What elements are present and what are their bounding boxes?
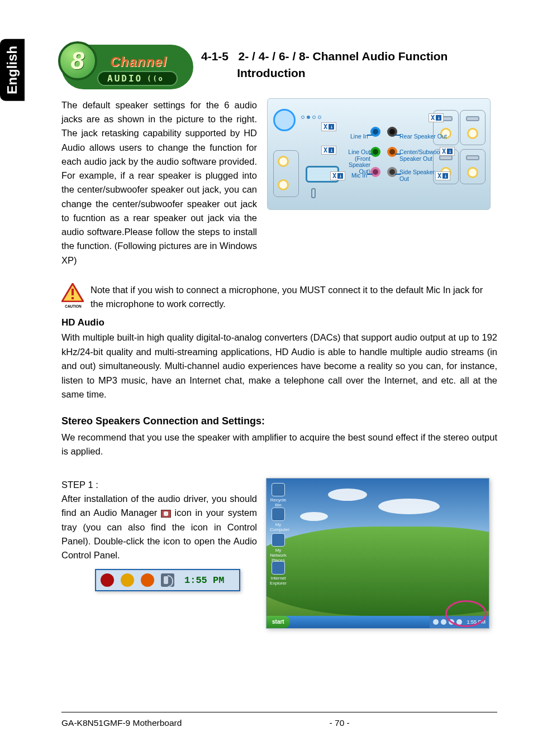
label-side-out-2: Out (399, 175, 409, 182)
caution-icon: CAUTION (61, 283, 85, 303)
logo-audio-text: AUDIO (107, 73, 142, 84)
footer-rule (61, 712, 497, 713)
stereo-heading: Stereo Speakers Connection and Settings: (61, 415, 497, 427)
system-tray-figure: 1:55 PM (95, 569, 240, 591)
callout-2: X↓ (321, 146, 336, 155)
header-row: 8 Channel AUDIO ((o 4-1-5 2- / 4- / 6- /… (61, 45, 497, 89)
section-title-line2: Introduction (237, 66, 305, 79)
caution-label: CAUTION (61, 304, 85, 308)
rear-panel-figure: Line In Line Out (Front Speaker Out) Mic… (267, 98, 497, 210)
intro-two-column: The default speaker settings for the 6 a… (61, 98, 497, 267)
panel-background: Line In Line Out (Front Speaker Out) Mic… (267, 98, 491, 210)
svg-rect-1 (72, 289, 74, 295)
tray-icon-shield (121, 573, 134, 587)
logo-number-eight: 8 (58, 41, 97, 80)
desktop-icon-network: My Network Places (270, 533, 287, 563)
channel-audio-logo: 8 Channel AUDIO ((o (61, 45, 193, 89)
footer-page-number: - 70 - (182, 718, 497, 728)
stereo-paragraph: We recommend that you use the speaker wi… (61, 430, 497, 459)
callout-3: X↓ (330, 171, 345, 180)
soundwave-icon: ((o (147, 75, 164, 83)
tray-icon-audio-manager (141, 573, 154, 587)
tray-icon-volume (161, 573, 174, 587)
intro-paragraph: The default speaker settings for the 6 a… (61, 98, 257, 267)
jack-line-out (370, 147, 380, 157)
jack-mic-in (370, 167, 380, 177)
label-side-out-1: Side Speaker (399, 169, 435, 175)
callout-1: X↓ (321, 122, 336, 131)
tray-icon-network (101, 573, 114, 587)
step1-paragraph: After installation of the audio driver, … (61, 492, 257, 562)
label-center-out-2: Speaker Out (399, 155, 432, 162)
label-side-out: Side Speaker Out (399, 169, 435, 182)
callout-6: X↓ (435, 171, 450, 180)
tray-clock: 1:55 PM (184, 575, 224, 586)
svg-rect-2 (72, 297, 74, 299)
tray-dot-1 (433, 619, 439, 625)
caution-block: CAUTION Note that if you wish to connect… (61, 283, 497, 312)
spdif-port (273, 109, 296, 131)
callout-5: X↓ (440, 147, 455, 156)
section-title-line1: 2- / 4- / 6- / 8- Channel Audio Function (239, 50, 448, 63)
usb-stack-4 (460, 149, 486, 184)
port-frame-left (273, 150, 299, 197)
highlight-circle (445, 600, 487, 627)
desktop-screenshot: Recycle Bin My Computer My Network Place… (266, 478, 489, 629)
section-number: 4-1-5 (201, 50, 229, 63)
audio-manager-icon (161, 510, 171, 518)
usb-stack-3 (460, 110, 486, 145)
step1-label: STEP 1 : (61, 478, 257, 492)
callout-4: X↓ (429, 113, 444, 122)
step1-row: STEP 1 : After installation of the audio… (61, 478, 497, 629)
language-tab: English (0, 39, 25, 101)
section-heading: 4-1-5 2- / 4- / 6- / 8- Channel Audio Fu… (201, 45, 448, 82)
jack-side-out (387, 167, 397, 177)
logo-audio-pill: AUDIO ((o (97, 71, 178, 86)
small-port (311, 188, 316, 198)
caution-text: Note that if you wish to connect a micro… (91, 283, 497, 312)
step1-text-column: STEP 1 : After installation of the audio… (61, 478, 257, 591)
label-line-out-1: Line Out (348, 149, 370, 155)
page-footer: GA-K8N51GMF-9 Motherboard - 70 - (61, 718, 497, 728)
page-content: 8 Channel AUDIO ((o 4-1-5 2- / 4- / 6- /… (61, 45, 497, 629)
footer-model: GA-K8N51GMF-9 Motherboard (61, 718, 182, 728)
desktop-icon-recycle: Recycle Bin (270, 483, 287, 508)
label-mic-in: Mic In (351, 173, 367, 179)
hd-audio-heading: HD Audio (61, 317, 497, 328)
jack-center-out (387, 147, 397, 157)
desktop-icon-ie: Internet Explorer (270, 561, 287, 586)
indicator-dots (301, 116, 321, 119)
label-line-in: Line In (350, 133, 368, 140)
logo-channel-text: Channel (110, 54, 167, 70)
desktop-icon-mycomputer: My Computer (270, 508, 287, 532)
hd-audio-paragraph: With multiple built-in high quality digi… (61, 331, 497, 402)
label-rear-out: Rear Speaker Out (399, 133, 447, 140)
start-button: start (266, 616, 290, 628)
tray-dot-2 (441, 619, 446, 625)
